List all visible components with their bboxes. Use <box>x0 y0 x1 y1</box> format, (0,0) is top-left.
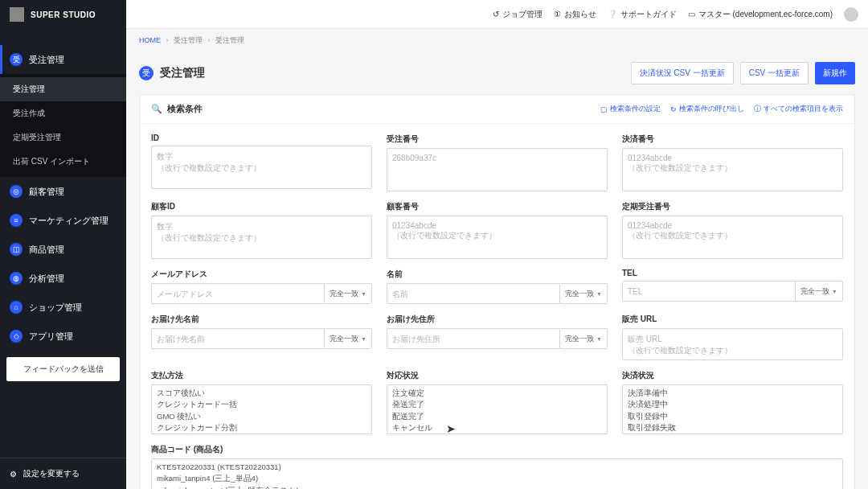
label-name: 名前 <box>387 269 608 280</box>
input-subscription-no[interactable] <box>622 216 843 259</box>
subnav-order-list[interactable]: 受注管理 <box>0 77 126 101</box>
top-support[interactable]: ❔サポートガイド <box>608 9 677 20</box>
list-option[interactable]: 配送完了 <box>392 411 602 422</box>
match-name[interactable]: 完全一致 <box>560 283 608 304</box>
input-order-no[interactable] <box>387 148 608 191</box>
label-settlement: 決済状況 <box>622 370 843 381</box>
nav-marketing-icon: ≡ <box>10 214 23 227</box>
input-customer-id[interactable] <box>151 216 372 259</box>
list-option[interactable]: 取引登録失敗 <box>628 422 837 434</box>
list-option[interactable]: 注文確定 <box>392 388 602 399</box>
crumb-l2: 受注管理 <box>215 36 244 44</box>
nav-marketing[interactable]: ≡マーケティング管理 <box>0 206 126 235</box>
bell-icon: ① <box>554 10 561 18</box>
nav-shop[interactable]: ⌂ショップ管理 <box>0 293 126 322</box>
nav-analytics[interactable]: ◍分析管理 <box>0 264 126 293</box>
new-button[interactable]: 新規作 <box>815 62 855 84</box>
nav-order[interactable]: 受 受注管理 <box>0 45 126 74</box>
label-order-no: 受注番号 <box>387 134 608 145</box>
list-option[interactable]: 発送完了 <box>392 399 602 410</box>
nav-label: アプリ管理 <box>29 331 73 343</box>
input-sale-url[interactable] <box>622 328 843 360</box>
match-tel[interactable]: 完全一致 <box>796 281 843 302</box>
breadcrumb: HOME › 受注管理 › 受注管理 <box>126 29 868 52</box>
help-icon: ❔ <box>608 10 617 18</box>
page-title-icon: 受 <box>139 66 154 80</box>
top-master[interactable]: ▭マスター (development.ec-force.com) <box>688 9 833 20</box>
list-option[interactable]: KTEST20220331 (KTEST20220331) <box>157 462 837 473</box>
logo-icon <box>10 7 24 22</box>
bookmark-icon: ▢ <box>600 105 608 113</box>
label-customer-id: 顧客ID <box>151 201 372 212</box>
list-payment-method[interactable]: スコア後払いクレジットカード一括GMO 後払いクレジットカード分割 <box>151 384 372 434</box>
nav-label: 商品管理 <box>29 244 64 256</box>
input-payment-no[interactable] <box>622 148 843 191</box>
csv-status-button[interactable]: 決済状況 CSV 一括更新 <box>631 62 734 84</box>
show-all-link[interactable]: ⓘすべての検索項目を表示 <box>754 104 843 114</box>
nav-app-icon: ◇ <box>10 330 23 343</box>
list-option[interactable]: mikami_hanpu_test (三上_頒布会テスト) <box>157 485 837 490</box>
label-email: メールアドレス <box>151 269 372 280</box>
list-status[interactable]: 注文確定発送完了配送完了キャンセル <box>387 384 608 434</box>
list-option[interactable]: mikami_tanpin4 (三上_単品4) <box>157 473 837 484</box>
nav-shop-icon: ⌂ <box>10 301 23 314</box>
list-option[interactable]: スコア後払い <box>157 388 366 399</box>
input-id[interactable] <box>151 146 372 189</box>
list-option[interactable]: 取引登録中 <box>628 411 837 422</box>
subnav-order: 受注管理 受注作成 定期受注管理 出荷 CSV インポート <box>0 74 126 177</box>
list-option[interactable]: キャンセル <box>392 422 602 434</box>
subnav-order-create[interactable]: 受注作成 <box>0 101 126 125</box>
match-email[interactable]: 完全一致 <box>325 283 372 304</box>
history-icon: ↺ <box>493 10 499 18</box>
csv-bulk-button[interactable]: CSV 一括更新 <box>740 62 809 84</box>
search-icon: 🔍 <box>151 104 162 114</box>
sidebar: SUPER STUDIO 受 受注管理 受注管理 受注作成 定期受注管理 出荷 … <box>0 0 126 489</box>
page-title: 受注管理 <box>160 66 205 80</box>
logo[interactable]: SUPER STUDIO <box>0 0 126 29</box>
nav-product[interactable]: ◫商品管理 <box>0 235 126 264</box>
nav-label: ショップ管理 <box>29 302 82 314</box>
input-ship-addr[interactable] <box>387 328 560 349</box>
search-title: 🔍 検索条件 <box>151 103 203 115</box>
list-option[interactable]: 決済準備中 <box>628 388 837 399</box>
subnav-csv-import[interactable]: 出荷 CSV インポート <box>0 150 126 174</box>
match-ship-addr[interactable]: 完全一致 <box>560 328 608 349</box>
list-option[interactable]: クレジットカード分割 <box>157 422 366 434</box>
list-option[interactable]: GMO 後払い <box>157 411 366 422</box>
nav-label: 顧客管理 <box>29 186 64 198</box>
page-header: 受 受注管理 決済状況 CSV 一括更新 CSV 一括更新 新規作 <box>126 52 868 94</box>
search-panel: 🔍 検索条件 ▢検索条件の設定 ↻検索条件の呼び出し ⓘすべての検索項目を表示 … <box>139 94 855 489</box>
avatar[interactable] <box>844 7 858 22</box>
load-search-link[interactable]: ↻検索条件の呼び出し <box>670 104 744 114</box>
save-search-link[interactable]: ▢検索条件の設定 <box>600 104 661 114</box>
gear-icon: ⚙ <box>10 470 17 479</box>
crumb-l1[interactable]: 受注管理 <box>174 36 203 44</box>
label-tel: TEL <box>622 269 843 277</box>
input-customer-no[interactable] <box>387 216 608 259</box>
nav-app[interactable]: ◇アプリ管理 <box>0 322 126 351</box>
nav-label: マーケティング管理 <box>29 215 108 227</box>
info-icon: ⓘ <box>754 104 761 114</box>
label-ship-name: お届け先名前 <box>151 314 372 325</box>
laptop-icon: ▭ <box>688 10 695 18</box>
subnav-subscription[interactable]: 定期受注管理 <box>0 125 126 150</box>
nav-order-icon: 受 <box>10 53 23 66</box>
input-name[interactable] <box>387 283 560 304</box>
input-tel[interactable] <box>622 281 796 302</box>
list-option[interactable]: 決済処理中 <box>628 399 837 410</box>
input-email[interactable] <box>151 283 325 304</box>
settings-link[interactable]: ⚙ 設定を変更する <box>0 458 126 489</box>
list-settlement[interactable]: 決済準備中決済処理中取引登録中取引登録失敗 <box>622 384 843 434</box>
top-notice[interactable]: ①お知らせ <box>554 9 596 20</box>
crumb-home[interactable]: HOME <box>139 36 161 44</box>
nav-customer-icon: ◎ <box>10 185 23 198</box>
input-ship-name[interactable] <box>151 328 325 349</box>
list-product-code[interactable]: KTEST20220331 (KTEST20220331)mikami_tanp… <box>151 458 843 489</box>
feedback-button[interactable]: フィードバックを送信 <box>6 357 120 381</box>
nav-customer[interactable]: ◎顧客管理 <box>0 177 126 206</box>
top-jobs[interactable]: ↺ジョブ管理 <box>493 9 542 20</box>
label-payment-no: 決済番号 <box>622 134 843 145</box>
main: HOME › 受注管理 › 受注管理 受 受注管理 決済状況 CSV 一括更新 … <box>126 29 868 489</box>
match-ship-name[interactable]: 完全一致 <box>325 328 372 349</box>
list-option[interactable]: クレジットカード一括 <box>157 399 366 410</box>
